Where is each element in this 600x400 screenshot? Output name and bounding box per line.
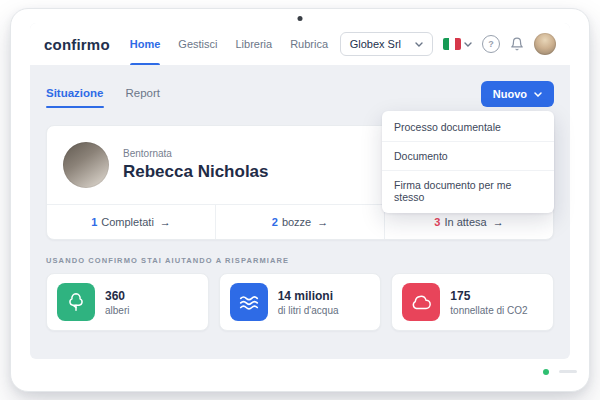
nav-item-home[interactable]: Home	[130, 23, 161, 65]
savings-value: 14 milioni	[278, 289, 339, 303]
frame-dash	[559, 370, 577, 373]
stat-value: 3	[434, 216, 440, 228]
camera-dot	[298, 16, 303, 21]
savings-value: 360	[105, 289, 129, 303]
dashboard-content: Situazione Report Nuovo Processo documen…	[30, 65, 570, 359]
notifications-button[interactable]	[510, 37, 524, 51]
nav-item-libreria[interactable]: Libreria	[235, 23, 272, 65]
bell-icon	[510, 37, 524, 51]
status-led	[543, 369, 549, 375]
arrow-right-icon: →	[317, 216, 328, 228]
profile-photo	[63, 142, 109, 188]
language-selector[interactable]	[443, 38, 472, 50]
user-name: Rebecca Nicholas	[123, 162, 269, 182]
user-avatar[interactable]	[534, 33, 556, 55]
main-nav: Home Gestisci Libreria Rubrica	[130, 23, 328, 65]
cloud-icon	[402, 283, 440, 321]
stat-label: Completati	[101, 216, 154, 228]
tab-report[interactable]: Report	[126, 87, 161, 108]
waves-icon	[230, 283, 268, 321]
arrow-right-icon: →	[493, 216, 504, 228]
savings-card-trees: 360 alberi	[46, 273, 209, 331]
stat-value: 2	[272, 216, 278, 228]
question-mark-icon: ?	[488, 39, 494, 49]
top-nav: confirmo Home Gestisci Libreria Rubrica …	[30, 23, 570, 65]
tree-icon	[57, 283, 95, 321]
app-screen: confirmo Home Gestisci Libreria Rubrica …	[30, 23, 570, 359]
savings-value: 175	[450, 289, 527, 303]
stat-bozze[interactable]: 2 bozze →	[215, 205, 384, 239]
nav-item-rubrica[interactable]: Rubrica	[290, 23, 328, 65]
app-logo[interactable]: confirmo	[44, 36, 110, 53]
stat-label: bozze	[282, 216, 311, 228]
italian-flag-icon	[443, 38, 461, 50]
new-dropdown-menu: Processo documentale Documento Firma doc…	[382, 111, 554, 213]
chevron-down-icon	[464, 42, 472, 47]
stat-completati[interactable]: 1 Completati →	[47, 205, 215, 239]
stat-value: 1	[91, 216, 97, 228]
new-button-label: Nuovo	[493, 88, 527, 100]
savings-label: alberi	[105, 305, 129, 316]
menu-item-documento[interactable]: Documento	[382, 142, 554, 171]
menu-item-firma-documento[interactable]: Firma documento per me stesso	[382, 171, 554, 211]
savings-label: di litri d'acqua	[278, 305, 339, 316]
top-right-cluster: Globex Srl ?	[340, 32, 556, 56]
help-button[interactable]: ?	[482, 35, 500, 53]
tabs-row: Situazione Report Nuovo	[46, 81, 554, 113]
menu-item-processo-documentale[interactable]: Processo documentale	[382, 113, 554, 142]
new-button[interactable]: Nuovo	[481, 81, 554, 107]
chevron-down-icon	[415, 42, 423, 47]
savings-card-co2: 175 tonnellate di CO2	[391, 273, 554, 331]
savings-card-water: 14 milioni di litri d'acqua	[219, 273, 382, 331]
nav-item-gestisci[interactable]: Gestisci	[178, 23, 217, 65]
greeting-text: Bentornata	[123, 148, 269, 159]
chevron-down-icon	[534, 92, 542, 97]
arrow-right-icon: →	[160, 216, 171, 228]
org-selector[interactable]: Globex Srl	[340, 32, 433, 56]
tab-situazione[interactable]: Situazione	[46, 87, 104, 108]
device-frame: confirmo Home Gestisci Libreria Rubrica …	[10, 8, 590, 392]
savings-heading: USANDO CONFIRMO STAI AIUTANDO A RISPARMI…	[46, 256, 554, 265]
org-selector-value: Globex Srl	[350, 38, 401, 50]
stat-label: In attesa	[444, 216, 486, 228]
savings-label: tonnellate di CO2	[450, 305, 527, 316]
savings-cards: 360 alberi 14 milioni di litri	[46, 273, 554, 331]
